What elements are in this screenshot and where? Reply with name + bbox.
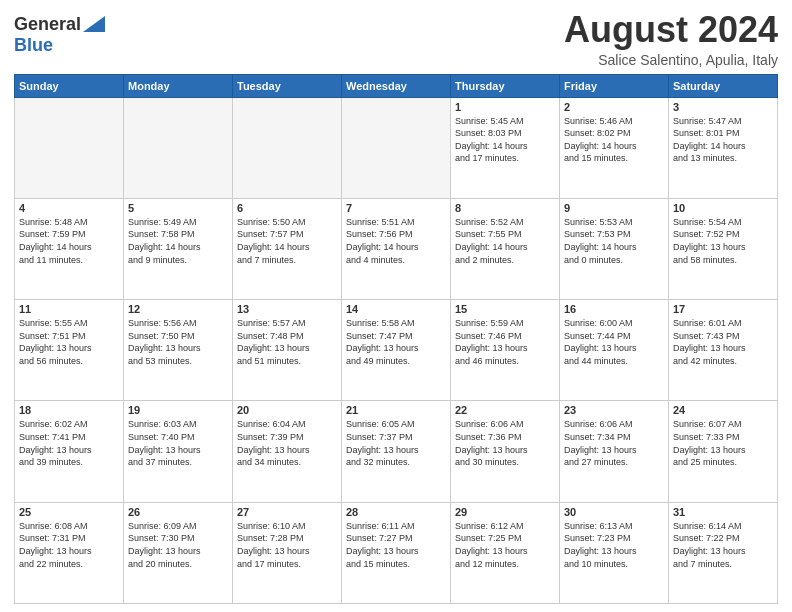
calendar-cell-w5d3: 27Sunrise: 6:10 AM Sunset: 7:28 PM Dayli… bbox=[233, 502, 342, 603]
calendar-cell-w1d7: 3Sunrise: 5:47 AM Sunset: 8:01 PM Daylig… bbox=[669, 97, 778, 198]
day-number: 23 bbox=[564, 404, 664, 416]
day-number: 30 bbox=[564, 506, 664, 518]
logo-icon bbox=[83, 16, 105, 32]
title-block: August 2024 Salice Salentino, Apulia, It… bbox=[564, 10, 778, 68]
day-info: Sunrise: 6:11 AM Sunset: 7:27 PM Dayligh… bbox=[346, 520, 446, 570]
day-info: Sunrise: 6:07 AM Sunset: 7:33 PM Dayligh… bbox=[673, 418, 773, 468]
col-friday: Friday bbox=[560, 74, 669, 97]
calendar-table: Sunday Monday Tuesday Wednesday Thursday… bbox=[14, 74, 778, 604]
calendar-cell-w2d7: 10Sunrise: 5:54 AM Sunset: 7:52 PM Dayli… bbox=[669, 198, 778, 299]
day-info: Sunrise: 5:54 AM Sunset: 7:52 PM Dayligh… bbox=[673, 216, 773, 266]
header: General Blue August 2024 Salice Salentin… bbox=[14, 10, 778, 68]
day-number: 28 bbox=[346, 506, 446, 518]
day-number: 12 bbox=[128, 303, 228, 315]
day-number: 14 bbox=[346, 303, 446, 315]
calendar-cell-w3d3: 13Sunrise: 5:57 AM Sunset: 7:48 PM Dayli… bbox=[233, 300, 342, 401]
calendar-cell-w4d2: 19Sunrise: 6:03 AM Sunset: 7:40 PM Dayli… bbox=[124, 401, 233, 502]
day-info: Sunrise: 6:03 AM Sunset: 7:40 PM Dayligh… bbox=[128, 418, 228, 468]
calendar-week-1: 1Sunrise: 5:45 AM Sunset: 8:03 PM Daylig… bbox=[15, 97, 778, 198]
day-info: Sunrise: 5:59 AM Sunset: 7:46 PM Dayligh… bbox=[455, 317, 555, 367]
calendar-cell-w4d6: 23Sunrise: 6:06 AM Sunset: 7:34 PM Dayli… bbox=[560, 401, 669, 502]
col-monday: Monday bbox=[124, 74, 233, 97]
day-info: Sunrise: 6:04 AM Sunset: 7:39 PM Dayligh… bbox=[237, 418, 337, 468]
calendar-cell-w2d6: 9Sunrise: 5:53 AM Sunset: 7:53 PM Daylig… bbox=[560, 198, 669, 299]
calendar-cell-w3d7: 17Sunrise: 6:01 AM Sunset: 7:43 PM Dayli… bbox=[669, 300, 778, 401]
day-info: Sunrise: 6:08 AM Sunset: 7:31 PM Dayligh… bbox=[19, 520, 119, 570]
day-info: Sunrise: 5:52 AM Sunset: 7:55 PM Dayligh… bbox=[455, 216, 555, 266]
day-number: 5 bbox=[128, 202, 228, 214]
day-info: Sunrise: 5:46 AM Sunset: 8:02 PM Dayligh… bbox=[564, 115, 664, 165]
day-number: 25 bbox=[19, 506, 119, 518]
col-thursday: Thursday bbox=[451, 74, 560, 97]
calendar-cell-w5d7: 31Sunrise: 6:14 AM Sunset: 7:22 PM Dayli… bbox=[669, 502, 778, 603]
day-info: Sunrise: 5:50 AM Sunset: 7:57 PM Dayligh… bbox=[237, 216, 337, 266]
calendar-cell-w1d4 bbox=[342, 97, 451, 198]
day-number: 15 bbox=[455, 303, 555, 315]
calendar-week-3: 11Sunrise: 5:55 AM Sunset: 7:51 PM Dayli… bbox=[15, 300, 778, 401]
calendar-cell-w4d3: 20Sunrise: 6:04 AM Sunset: 7:39 PM Dayli… bbox=[233, 401, 342, 502]
calendar-header-row: Sunday Monday Tuesday Wednesday Thursday… bbox=[15, 74, 778, 97]
calendar-cell-w4d7: 24Sunrise: 6:07 AM Sunset: 7:33 PM Dayli… bbox=[669, 401, 778, 502]
day-number: 11 bbox=[19, 303, 119, 315]
day-number: 20 bbox=[237, 404, 337, 416]
calendar-cell-w3d6: 16Sunrise: 6:00 AM Sunset: 7:44 PM Dayli… bbox=[560, 300, 669, 401]
day-info: Sunrise: 6:02 AM Sunset: 7:41 PM Dayligh… bbox=[19, 418, 119, 468]
day-number: 3 bbox=[673, 101, 773, 113]
day-info: Sunrise: 6:00 AM Sunset: 7:44 PM Dayligh… bbox=[564, 317, 664, 367]
location-title: Salice Salentino, Apulia, Italy bbox=[564, 52, 778, 68]
day-number: 9 bbox=[564, 202, 664, 214]
calendar-cell-w3d2: 12Sunrise: 5:56 AM Sunset: 7:50 PM Dayli… bbox=[124, 300, 233, 401]
day-number: 2 bbox=[564, 101, 664, 113]
day-info: Sunrise: 6:14 AM Sunset: 7:22 PM Dayligh… bbox=[673, 520, 773, 570]
calendar-cell-w1d6: 2Sunrise: 5:46 AM Sunset: 8:02 PM Daylig… bbox=[560, 97, 669, 198]
calendar-cell-w1d5: 1Sunrise: 5:45 AM Sunset: 8:03 PM Daylig… bbox=[451, 97, 560, 198]
day-number: 29 bbox=[455, 506, 555, 518]
calendar-cell-w5d4: 28Sunrise: 6:11 AM Sunset: 7:27 PM Dayli… bbox=[342, 502, 451, 603]
calendar-cell-w2d1: 4Sunrise: 5:48 AM Sunset: 7:59 PM Daylig… bbox=[15, 198, 124, 299]
calendar-cell-w5d5: 29Sunrise: 6:12 AM Sunset: 7:25 PM Dayli… bbox=[451, 502, 560, 603]
day-number: 1 bbox=[455, 101, 555, 113]
col-wednesday: Wednesday bbox=[342, 74, 451, 97]
calendar-cell-w2d5: 8Sunrise: 5:52 AM Sunset: 7:55 PM Daylig… bbox=[451, 198, 560, 299]
col-sunday: Sunday bbox=[15, 74, 124, 97]
calendar-cell-w1d3 bbox=[233, 97, 342, 198]
day-number: 16 bbox=[564, 303, 664, 315]
day-info: Sunrise: 6:06 AM Sunset: 7:34 PM Dayligh… bbox=[564, 418, 664, 468]
day-info: Sunrise: 5:55 AM Sunset: 7:51 PM Dayligh… bbox=[19, 317, 119, 367]
day-info: Sunrise: 5:45 AM Sunset: 8:03 PM Dayligh… bbox=[455, 115, 555, 165]
day-info: Sunrise: 5:57 AM Sunset: 7:48 PM Dayligh… bbox=[237, 317, 337, 367]
day-number: 26 bbox=[128, 506, 228, 518]
calendar-week-4: 18Sunrise: 6:02 AM Sunset: 7:41 PM Dayli… bbox=[15, 401, 778, 502]
calendar-cell-w4d4: 21Sunrise: 6:05 AM Sunset: 7:37 PM Dayli… bbox=[342, 401, 451, 502]
logo-text: General Blue bbox=[14, 14, 105, 56]
day-info: Sunrise: 6:09 AM Sunset: 7:30 PM Dayligh… bbox=[128, 520, 228, 570]
day-number: 18 bbox=[19, 404, 119, 416]
day-info: Sunrise: 6:10 AM Sunset: 7:28 PM Dayligh… bbox=[237, 520, 337, 570]
day-number: 4 bbox=[19, 202, 119, 214]
day-number: 24 bbox=[673, 404, 773, 416]
calendar-week-5: 25Sunrise: 6:08 AM Sunset: 7:31 PM Dayli… bbox=[15, 502, 778, 603]
day-number: 10 bbox=[673, 202, 773, 214]
calendar-cell-w3d5: 15Sunrise: 5:59 AM Sunset: 7:46 PM Dayli… bbox=[451, 300, 560, 401]
calendar-cell-w2d2: 5Sunrise: 5:49 AM Sunset: 7:58 PM Daylig… bbox=[124, 198, 233, 299]
calendar-cell-w5d1: 25Sunrise: 6:08 AM Sunset: 7:31 PM Dayli… bbox=[15, 502, 124, 603]
day-info: Sunrise: 5:53 AM Sunset: 7:53 PM Dayligh… bbox=[564, 216, 664, 266]
day-number: 6 bbox=[237, 202, 337, 214]
calendar-cell-w5d2: 26Sunrise: 6:09 AM Sunset: 7:30 PM Dayli… bbox=[124, 502, 233, 603]
day-number: 17 bbox=[673, 303, 773, 315]
calendar-cell-w1d2 bbox=[124, 97, 233, 198]
svg-marker-0 bbox=[83, 16, 105, 32]
day-number: 27 bbox=[237, 506, 337, 518]
day-info: Sunrise: 6:12 AM Sunset: 7:25 PM Dayligh… bbox=[455, 520, 555, 570]
calendar-cell-w3d4: 14Sunrise: 5:58 AM Sunset: 7:47 PM Dayli… bbox=[342, 300, 451, 401]
month-title: August 2024 bbox=[564, 10, 778, 50]
col-saturday: Saturday bbox=[669, 74, 778, 97]
calendar-cell-w1d1 bbox=[15, 97, 124, 198]
calendar-cell-w2d3: 6Sunrise: 5:50 AM Sunset: 7:57 PM Daylig… bbox=[233, 198, 342, 299]
day-info: Sunrise: 5:58 AM Sunset: 7:47 PM Dayligh… bbox=[346, 317, 446, 367]
day-info: Sunrise: 6:06 AM Sunset: 7:36 PM Dayligh… bbox=[455, 418, 555, 468]
day-number: 21 bbox=[346, 404, 446, 416]
day-number: 13 bbox=[237, 303, 337, 315]
day-number: 8 bbox=[455, 202, 555, 214]
col-tuesday: Tuesday bbox=[233, 74, 342, 97]
